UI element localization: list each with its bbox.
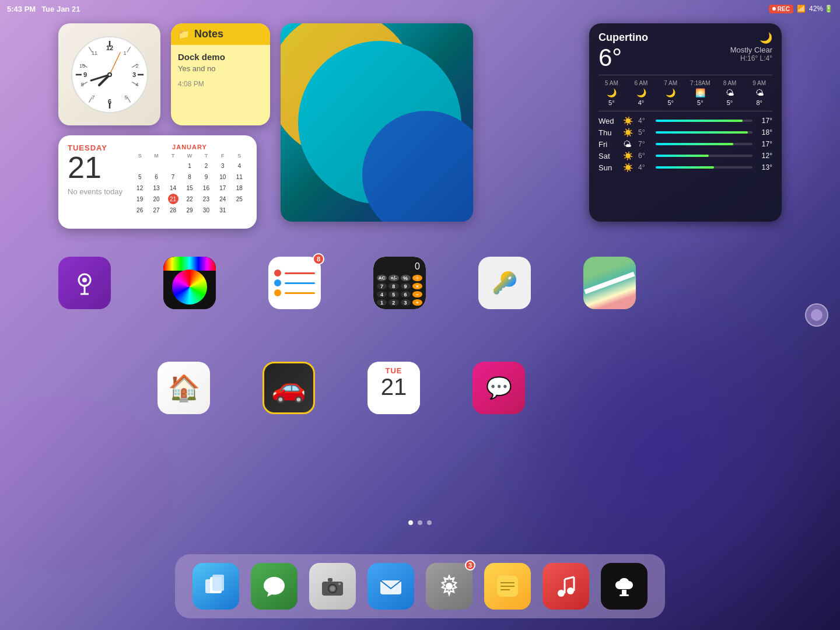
notes-folder-icon: 📁 [178, 29, 190, 40]
svg-text:10: 10 [79, 63, 85, 69]
cal-week-2: 5 6 7 8 9 10 11 [132, 172, 247, 182]
weather-hour-718am: 7:18AM 🌅 5° [687, 80, 713, 106]
clock-widget[interactable]: 12 3 6 9 1 11 2 10 4 8 5 7 [58, 23, 160, 125]
reminder-line-orange [285, 292, 315, 294]
dock-notes-app[interactable] [484, 563, 531, 610]
weather-hour-5am: 5 AM 🌙 5° [598, 80, 625, 106]
page-dots [408, 520, 432, 525]
weather-hour-6am: 6 AM 🌙 4° [628, 80, 654, 106]
reminder-item-1 [274, 270, 315, 276]
appletv-icon [611, 573, 637, 599]
cal-week-3: 12 13 14 15 16 17 18 [132, 183, 247, 193]
app-calculator[interactable]: 0 AC +/- % ÷ 7 8 9 × 4 5 6 − 1 2 3 + [373, 257, 426, 309]
settings-badge: 3 [465, 560, 475, 570]
app-pastel[interactable] [163, 257, 216, 309]
app-road-rush[interactable]: 🚗 [262, 362, 315, 414]
status-date: Tue Jan 21 [41, 5, 80, 13]
notes-widget[interactable]: 📁 Notes Dock demo Yes and no 4:08 PM [171, 23, 270, 125]
dock-camera[interactable] [309, 563, 356, 610]
svg-text:7: 7 [92, 94, 94, 100]
calendar-grid: S M T W T F S 1 2 3 4 5 [132, 153, 247, 215]
svg-rect-36 [212, 575, 224, 591]
notes-dock-icon [495, 573, 520, 599]
forecast-wed: Wed ☀️ 4° 17° [598, 116, 772, 125]
svg-rect-54 [622, 590, 626, 594]
dock-music[interactable] [542, 563, 589, 610]
app-reminders[interactable]: 8 [268, 257, 321, 309]
calendar-no-events: No events today [68, 187, 123, 196]
weather-header: Cupertino 🌙 [598, 32, 772, 44]
weather-divider2 [598, 111, 772, 111]
cal-week-4: 19 20 21 22 23 24 25 [132, 194, 247, 204]
svg-text:4: 4 [135, 82, 138, 88]
weather-description: Mostly Clear [730, 46, 772, 54]
weather-moon-icon: 🌙 [760, 32, 772, 44]
pastel-ruler [163, 257, 216, 271]
dock-files[interactable] [192, 563, 239, 610]
reminder-line-red [285, 272, 315, 274]
app-maps[interactable] [583, 257, 636, 309]
assistive-touch[interactable] [805, 303, 828, 327]
rec-dot [772, 7, 776, 10]
pastel-inner [163, 257, 216, 309]
page-dot-3[interactable] [427, 520, 432, 525]
reminder-dot-blue [274, 279, 281, 286]
weather-divider [598, 75, 772, 75]
dock-settings[interactable]: 3 [426, 563, 473, 610]
calendar-widget[interactable]: TUESDAY 21 No events today JANUARY S M T… [58, 135, 257, 229]
home-icon: 🏠 [168, 373, 200, 403]
pastel-circle [172, 270, 207, 304]
files-icon [203, 573, 229, 599]
weather-hour-9am: 9 AM 🌤 8° [746, 80, 772, 106]
notes-header: 📁 Notes [171, 23, 270, 45]
svg-point-33 [82, 278, 87, 282]
forecast-thu: Thu ☀️ 5° 18° [598, 128, 772, 137]
rec-badge: REC [769, 5, 793, 13]
maps-bg [583, 257, 636, 309]
app-speeko[interactable]: 💬 [473, 362, 525, 414]
calendar-day-num: 21 [68, 152, 123, 183]
calendar-left: TUESDAY 21 No events today [68, 144, 123, 220]
app-calendar-small[interactable]: TUE 21 [368, 362, 420, 414]
dock-appletv[interactable] [601, 563, 648, 610]
calculator-inner: 0 AC +/- % ÷ 7 8 9 × 4 5 6 − 1 2 3 + [373, 257, 426, 309]
status-right: REC 📶 42% 🔋 [769, 5, 833, 13]
svg-rect-55 [620, 594, 629, 596]
svg-text:12: 12 [106, 44, 113, 51]
cal-sm-num: 21 [381, 375, 407, 398]
weather-hour-7am: 7 AM 🌙 5° [657, 80, 684, 106]
wifi-icon: 📶 [797, 5, 806, 13]
notes-title: Notes [194, 28, 223, 40]
image-widget [281, 23, 473, 222]
app-passwords[interactable]: 🔑 [478, 257, 531, 309]
app-home[interactable]: 🏠 [158, 362, 210, 414]
dock: 3 [175, 554, 665, 618]
weather-city: Cupertino [598, 32, 648, 44]
page-dot-1[interactable] [408, 520, 413, 525]
reminder-dot-orange [274, 289, 281, 296]
dock-messages[interactable] [251, 563, 298, 610]
calendar-days-of-week: S M T W T F S [132, 153, 247, 159]
calendar-month-name: JANUARY [132, 144, 247, 150]
car-icon: 🚗 [271, 372, 306, 404]
clock-svg: 12 3 6 9 1 11 2 10 4 8 5 7 [69, 34, 150, 116]
svg-text:2: 2 [135, 63, 138, 69]
svg-point-29 [108, 74, 111, 76]
svg-point-50 [567, 587, 574, 594]
svg-point-49 [558, 590, 565, 597]
svg-text:1: 1 [123, 50, 126, 56]
key-icon: 🔑 [492, 271, 518, 295]
apps-row1: 8 0 AC +/- % ÷ 7 8 [58, 257, 636, 309]
page-dot-2[interactable] [418, 520, 422, 525]
app-podcasts[interactable] [58, 257, 111, 309]
dock-mail[interactable] [368, 563, 414, 610]
svg-text:11: 11 [91, 50, 97, 56]
svg-text:8: 8 [80, 82, 83, 88]
weather-desc-col: Mostly Clear H:16° L:4° [730, 46, 772, 62]
weather-temp-row: 6° Mostly Clear H:16° L:4° [598, 46, 772, 70]
status-bar: 5:43 PM Tue Jan 21 REC 📶 42% 🔋 [0, 0, 840, 18]
forecast-sun: Sun ☀️ 4° 13° [598, 163, 772, 172]
cal-sm-inner: TUE 21 [368, 362, 420, 414]
reminders-badge: 8 [313, 253, 324, 265]
weather-widget[interactable]: Cupertino 🌙 6° Mostly Clear H:16° L:4° 5… [589, 23, 782, 222]
